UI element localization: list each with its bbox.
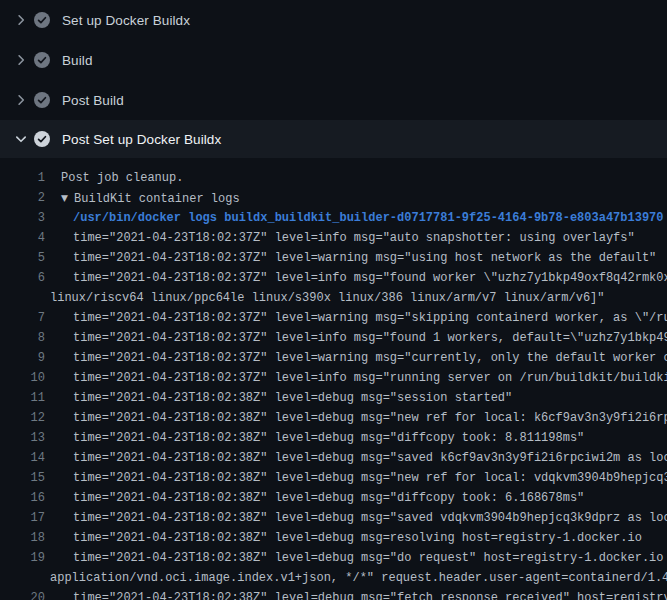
log-text: time="2021-04-23T18:02:37Z" level=info m… [73,331,667,345]
step-label: Post Set up Docker Buildx [62,132,221,147]
log-line: 15time="2021-04-23T18:02:38Z" level=debu… [0,468,667,488]
log-line: 12time="2021-04-23T18:02:38Z" level=debu… [0,408,667,428]
log-text: time="2021-04-23T18:02:37Z" level=info m… [73,231,635,245]
line-number[interactable]: 20 [0,588,45,600]
log-text: time="2021-04-23T18:02:38Z" level=debug … [73,471,667,485]
log-line: 11time="2021-04-23T18:02:38Z" level=debu… [0,388,667,408]
line-number[interactable]: 3 [0,208,45,228]
step-label: Post Build [62,93,124,108]
command-text: /usr/bin/docker logs buildx_buildkit_bui… [73,211,664,225]
step-row-post-build[interactable]: Post Build [0,80,667,120]
log-line: 1Post job cleanup. [0,168,667,188]
line-number[interactable]: 6 [0,268,45,288]
log-text: linux/riscv64 linux/ppc64le linux/s390x … [50,291,605,305]
log-text: time="2021-04-23T18:02:38Z" level=debug … [73,411,667,425]
log-text: time="2021-04-23T18:02:38Z" level=debug … [73,491,584,505]
log-text: time="2021-04-23T18:02:37Z" level=warnin… [73,311,667,325]
check-circle-icon [34,52,50,68]
actions-log-viewer: Set up Docker BuildxBuildPost BuildPost … [0,0,667,600]
line-number[interactable]: 16 [0,488,45,508]
log-text: time="2021-04-23T18:02:38Z" level=debug … [73,591,667,600]
log-line: 8time="2021-04-23T18:02:37Z" level=info … [0,328,667,348]
log-text: application/vnd.oci.image.index.v1+json,… [50,571,667,585]
log-text: time="2021-04-23T18:02:37Z" level=warnin… [73,251,656,265]
line-number[interactable]: 19 [0,548,45,568]
step-row-post-set-up-docker-buildx[interactable]: Post Set up Docker Buildx [0,120,667,158]
log-group-title[interactable]: BuildKit container logs [74,192,240,206]
log-line: 3/usr/bin/docker logs buildx_buildkit_bu… [0,208,667,228]
log-text: time="2021-04-23T18:02:38Z" level=debug … [73,531,642,545]
line-number[interactable]: 13 [0,428,45,448]
line-number[interactable]: 12 [0,408,45,428]
line-number[interactable]: 8 [0,328,45,348]
collapse-triangle-icon[interactable]: ▼ [61,188,74,208]
line-number[interactable]: 4 [0,228,45,248]
line-number[interactable]: 5 [0,248,45,268]
log-line: 19time="2021-04-23T18:02:38Z" level=debu… [0,548,667,568]
chevron-right-icon [8,92,34,108]
log-text: Post job cleanup. [61,171,183,185]
step-row-build[interactable]: Build [0,40,667,80]
check-circle-icon [34,12,50,28]
log-text: time="2021-04-23T18:02:38Z" level=debug … [73,451,667,465]
line-number[interactable]: 7 [0,308,45,328]
line-number[interactable]: 2 [0,188,45,208]
log-text: time="2021-04-23T18:02:37Z" level=info m… [73,371,667,385]
check-circle-icon [34,131,50,147]
log-line: 4time="2021-04-23T18:02:37Z" level=info … [0,228,667,248]
log-text: time="2021-04-23T18:02:37Z" level=info m… [73,271,667,285]
chevron-right-icon [8,52,34,68]
log-text: time="2021-04-23T18:02:37Z" level=warnin… [73,351,667,365]
line-number[interactable]: 9 [0,348,45,368]
log-line: 18time="2021-04-23T18:02:38Z" level=debu… [0,528,667,548]
log-line: 9time="2021-04-23T18:02:37Z" level=warni… [0,348,667,368]
line-number[interactable]: 15 [0,468,45,488]
step-label: Set up Docker Buildx [62,13,190,28]
line-number[interactable]: 14 [0,448,45,468]
log-line: 7time="2021-04-23T18:02:37Z" level=warni… [0,308,667,328]
check-circle-icon [34,92,50,108]
step-row-set-up-docker-buildx[interactable]: Set up Docker Buildx [0,0,667,40]
step-label: Build [62,53,93,68]
log-line: 14time="2021-04-23T18:02:38Z" level=debu… [0,448,667,468]
log-text: time="2021-04-23T18:02:38Z" level=debug … [73,391,512,405]
log-line: application/vnd.oci.image.index.v1+json,… [0,568,667,588]
log-line: linux/riscv64 linux/ppc64le linux/s390x … [0,288,667,308]
line-number[interactable]: 1 [0,168,45,188]
log-line: 16time="2021-04-23T18:02:38Z" level=debu… [0,488,667,508]
chevron-down-icon [8,131,34,147]
line-number[interactable]: 17 [0,508,45,528]
log-text: time="2021-04-23T18:02:38Z" level=debug … [73,511,667,525]
log-line: 10time="2021-04-23T18:02:37Z" level=info… [0,368,667,388]
steps-list: Set up Docker BuildxBuildPost BuildPost … [0,0,667,158]
log-text: time="2021-04-23T18:02:38Z" level=debug … [73,551,667,565]
log-line: 17time="2021-04-23T18:02:38Z" level=debu… [0,508,667,528]
log-area: 1Post job cleanup.2▼BuildKit container l… [0,158,667,600]
log-line: 6time="2021-04-23T18:02:37Z" level=info … [0,268,667,288]
log-line: 20time="2021-04-23T18:02:38Z" level=debu… [0,588,667,600]
log-line: 5time="2021-04-23T18:02:37Z" level=warni… [0,248,667,268]
log-text: time="2021-04-23T18:02:38Z" level=debug … [73,431,584,445]
line-number[interactable]: 18 [0,528,45,548]
log-line: 13time="2021-04-23T18:02:38Z" level=debu… [0,428,667,448]
log-line: 2▼BuildKit container logs [0,188,667,208]
chevron-right-icon [8,12,34,28]
line-number[interactable]: 11 [0,388,45,408]
line-number[interactable]: 10 [0,368,45,388]
